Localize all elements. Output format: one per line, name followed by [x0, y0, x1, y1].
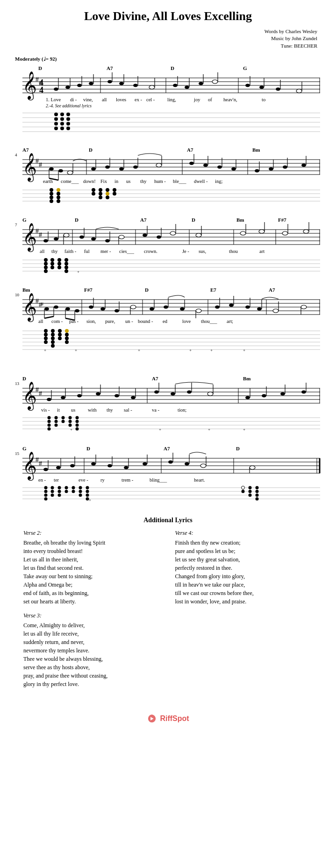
staff-row-4: 10 Bm F#7 D E7 A7 𝄞 # # #: [14, 274, 322, 353]
svg-point-35: [173, 84, 178, 87]
svg-text:15: 15: [15, 451, 20, 456]
lyrics-col-right: Verse 4: Finish then thy new creation; p…: [175, 530, 313, 695]
svg-line-271: [44, 316, 54, 318]
svg-text:ing;: ing;: [215, 179, 222, 184]
svg-text:love: love: [182, 319, 191, 324]
additional-lyrics-title: Additional Lyrics: [23, 517, 313, 524]
svg-point-409: [69, 420, 72, 423]
svg-point-297: [245, 306, 250, 309]
svg-point-161: [106, 192, 109, 196]
svg-point-122: [231, 168, 236, 171]
svg-text:𝄞: 𝄞: [22, 153, 37, 182]
svg-point-41: [212, 80, 218, 84]
svg-text:tion;: tion;: [178, 407, 186, 413]
verse3-title: Verse 3:: [23, 612, 161, 619]
svg-point-375: [187, 391, 192, 394]
svg-point-412: [76, 420, 79, 423]
svg-text:earth: earth: [43, 179, 53, 184]
svg-text:A7: A7: [140, 217, 147, 223]
svg-text:+: +: [77, 269, 79, 274]
svg-point-484: [79, 486, 82, 490]
svg-point-188: [54, 238, 58, 241]
svg-point-330: [51, 344, 55, 348]
svg-point-186: [43, 239, 48, 243]
svg-text:7: 7: [15, 223, 17, 227]
svg-point-373: [171, 392, 175, 396]
svg-text:mer -: mer -: [100, 249, 111, 254]
svg-text:thy: thy: [51, 249, 58, 254]
svg-point-283: [130, 305, 136, 309]
svg-point-477: [58, 486, 61, 490]
svg-point-406: [62, 416, 65, 420]
svg-text:D: D: [171, 65, 174, 71]
svg-point-336: [65, 336, 69, 340]
svg-point-23: [77, 84, 82, 87]
verse2-text: Breathe, oh breathe thy loving Spirit in…: [23, 539, 161, 606]
svg-text:+: +: [44, 348, 46, 352]
svg-text:*: *: [44, 497, 47, 502]
svg-text:di -: di -: [70, 97, 77, 102]
svg-point-269: [54, 306, 58, 309]
svg-text:all: all: [38, 319, 43, 324]
svg-text:dwell -: dwell -: [194, 179, 208, 184]
svg-point-479: [58, 494, 61, 497]
svg-text:#: #: [36, 158, 39, 165]
svg-point-202: [157, 236, 161, 239]
svg-text:D: D: [38, 65, 42, 71]
svg-point-335: [65, 333, 69, 336]
svg-point-399: [48, 416, 51, 420]
svg-text:+: +: [243, 427, 245, 432]
svg-point-401: [48, 424, 51, 427]
svg-point-156: [92, 192, 95, 196]
svg-text:F#7: F#7: [278, 217, 286, 223]
svg-text:#: #: [41, 301, 43, 307]
svg-point-19: [54, 88, 58, 91]
svg-point-403: [55, 416, 58, 420]
svg-point-404: [55, 420, 58, 423]
attribution-line2: Music by John Zundel: [14, 35, 317, 42]
svg-text:#: #: [39, 390, 42, 397]
svg-point-151: [57, 188, 60, 192]
staff-row-5: 13 D A7 Bm 𝄞 # #: [14, 363, 322, 433]
svg-point-472: [44, 494, 48, 497]
svg-text:va -: va -: [152, 407, 160, 413]
svg-point-114: [156, 163, 162, 167]
svg-text:+: +: [208, 427, 210, 432]
svg-text:1. Love: 1. Love: [46, 97, 61, 102]
svg-point-492: [242, 490, 245, 493]
svg-point-120: [217, 166, 222, 169]
svg-point-303: [301, 305, 307, 309]
svg-point-371: [154, 391, 159, 394]
svg-point-274: [75, 309, 79, 313]
riffspot-icon: [147, 714, 157, 724]
svg-point-299: [257, 308, 262, 311]
svg-point-281: [114, 309, 119, 313]
verse2-title: Verse 2:: [23, 530, 161, 537]
svg-point-108: [105, 166, 110, 169]
svg-point-243: [64, 266, 68, 269]
svg-text:thy: thy: [140, 179, 147, 184]
svg-text:D: D: [89, 147, 93, 153]
svg-point-323: [44, 333, 48, 336]
svg-point-365: [96, 392, 100, 396]
svg-text:thy: thy: [107, 407, 113, 413]
svg-text:A7: A7: [164, 446, 170, 451]
svg-text:A7: A7: [269, 287, 275, 293]
svg-point-322: [44, 329, 48, 333]
svg-point-101: [58, 169, 63, 173]
svg-text:eve -: eve -: [79, 477, 88, 483]
svg-point-451: [168, 461, 173, 464]
svg-point-104: [67, 171, 73, 175]
svg-point-327: [51, 333, 55, 336]
svg-point-359: [47, 398, 51, 401]
svg-text:down!: down!: [83, 179, 96, 184]
svg-text:thou___: thou___: [201, 319, 217, 324]
svg-text:4: 4: [15, 153, 17, 157]
svg-text:E7: E7: [210, 287, 216, 293]
svg-point-112: [133, 166, 138, 169]
svg-point-244: [64, 269, 68, 273]
svg-point-118: [203, 164, 208, 167]
svg-point-329: [51, 340, 55, 344]
additional-lyrics-section: Additional Lyrics Verse 2: Breathe, oh b…: [14, 512, 322, 700]
attribution-line3: Tune: BEECHER: [14, 42, 317, 49]
